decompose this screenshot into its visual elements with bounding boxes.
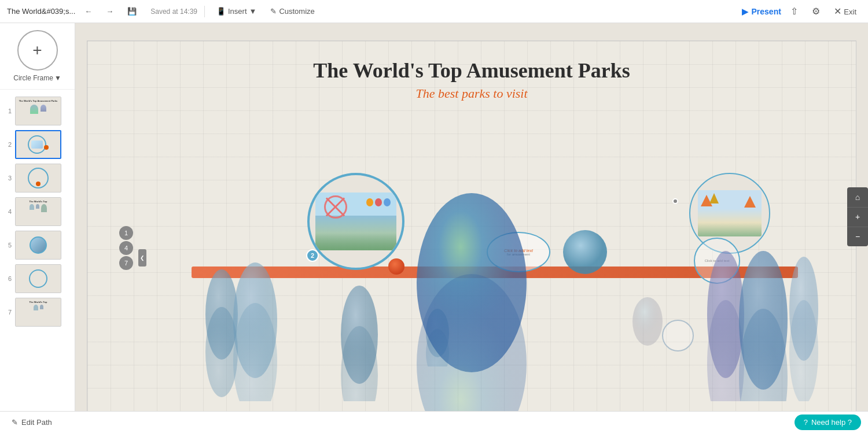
main-canvas[interactable]: The World's Top Amusement Parks The best…	[75, 23, 868, 433]
step-number-7[interactable]: 7	[119, 256, 133, 270]
slide-number: 6	[5, 275, 12, 282]
slide-thumbnail[interactable]: The World's Top	[15, 298, 61, 327]
close-icon: ✕	[834, 6, 841, 16]
canvas-area[interactable]: The World's Top Amusement Parks The best…	[87, 40, 856, 427]
slide-thumbnail[interactable]: The World's Top Amusement Parks	[15, 97, 61, 125]
circle-frame-container: + Circle Frame ▼	[0, 23, 75, 90]
sidebar: + Circle Frame ▼ 1 The World's Top Amuse…	[0, 23, 75, 433]
play-icon: ▶	[742, 7, 748, 16]
step-number-1[interactable]: 1	[119, 226, 133, 240]
presentation-title[interactable]: The World's Top Amusement Parks	[313, 58, 630, 83]
slide-number: 7	[5, 309, 12, 316]
help-icon: ?	[804, 418, 808, 427]
redo-button[interactable]: →	[101, 5, 118, 18]
slide-item[interactable]: 2	[0, 128, 75, 161]
path-dot	[672, 198, 678, 204]
exit-button[interactable]: ✕ Exit	[829, 3, 861, 19]
zoom-in-icon: +	[855, 212, 860, 221]
zoom-out-icon: −	[855, 232, 860, 241]
collapse-handle[interactable]: ❮	[138, 249, 146, 267]
bottom-bar: ✎ Edit Path ? Need help ?	[0, 411, 868, 433]
present-button[interactable]: ▶ Present	[742, 7, 781, 16]
chevron-down-icon: ▼	[54, 74, 61, 82]
orange-ball	[388, 258, 404, 275]
home-icon: ⌂	[855, 193, 860, 202]
path-icon: ✎	[12, 418, 18, 427]
insert-button[interactable]: 📱 Insert ▼	[212, 5, 261, 18]
pencil-icon: ✎	[270, 7, 277, 16]
slide-thumbnail[interactable]	[15, 130, 61, 159]
insert-icon: 📱	[216, 7, 226, 16]
slide-thumbnail[interactable]: The World's Top	[15, 197, 61, 226]
slide-number: 5	[5, 242, 12, 249]
circle-frame-button[interactable]: +	[17, 30, 58, 71]
slide-item[interactable]: 5	[0, 228, 75, 262]
slide-item[interactable]: 4 The World's Top	[0, 195, 75, 228]
slide-number: 2	[5, 141, 12, 148]
bell-group-left	[203, 262, 278, 404]
slide-number: 1	[5, 108, 12, 114]
svg-point-2	[205, 307, 238, 397]
save-button[interactable]: 💾	[123, 5, 141, 18]
circle-badge-2: 2	[306, 249, 319, 262]
share-button[interactable]: ⇧	[786, 3, 803, 19]
dome-large-center	[408, 193, 535, 415]
undo-button[interactable]: ←	[80, 5, 97, 18]
blue-sphere-medium	[562, 229, 608, 277]
svg-point-0	[563, 230, 607, 274]
slide-number: 3	[5, 175, 12, 182]
svg-point-17	[789, 300, 818, 401]
slide-item[interactable]: 6	[0, 262, 75, 295]
bell-group-center-left	[336, 286, 382, 404]
slide-item[interactable]: 3	[0, 161, 75, 195]
slide-thumbnail[interactable]	[15, 164, 61, 193]
presentation-title: The World&#039;s...	[7, 7, 75, 16]
home-button[interactable]: ⌂	[847, 187, 868, 207]
zoom-out-button[interactable]: −	[847, 227, 868, 246]
bell-group-right	[705, 251, 821, 404]
right-toolbar: ⌂ + −	[847, 187, 868, 246]
step-numbers: 1 4 7	[119, 226, 133, 270]
plus-icon: +	[32, 41, 42, 60]
customize-button[interactable]: ✎ Customize	[266, 5, 319, 18]
svg-point-11	[632, 297, 663, 346]
edit-path-button[interactable]: ✎ Edit Path	[7, 416, 57, 429]
slide-thumbnail[interactable]	[15, 264, 61, 293]
zoom-in-button[interactable]: +	[847, 207, 868, 227]
circle-frame-label[interactable]: Circle Frame ▼	[13, 74, 61, 82]
slide-thumbnail[interactable]	[15, 231, 61, 260]
slide-item[interactable]: 7 The World's Top	[0, 295, 75, 329]
bell-right-small	[630, 297, 665, 357]
presentation-subtitle[interactable]: The best parks to visit	[415, 86, 527, 101]
need-help-button[interactable]: ? Need help ?	[795, 415, 861, 430]
slide-list: 1 The World's Top Amusement Parks 2	[0, 90, 75, 334]
separator	[204, 6, 205, 17]
circle-frame-left[interactable]	[307, 173, 404, 270]
save-status: Saved at 14:39	[150, 8, 197, 16]
settings-button[interactable]: ⚙	[807, 3, 825, 19]
chevron-down-icon: ▼	[249, 7, 257, 16]
step-number-4[interactable]: 4	[119, 241, 133, 255]
slide-number: 4	[5, 208, 12, 215]
toolbar: The World&#039;s... ← → 💾 Saved at 14:39…	[0, 0, 868, 23]
empty-circle	[662, 320, 694, 351]
slide-item[interactable]: 1 The World's Top Amusement Parks	[0, 94, 75, 128]
